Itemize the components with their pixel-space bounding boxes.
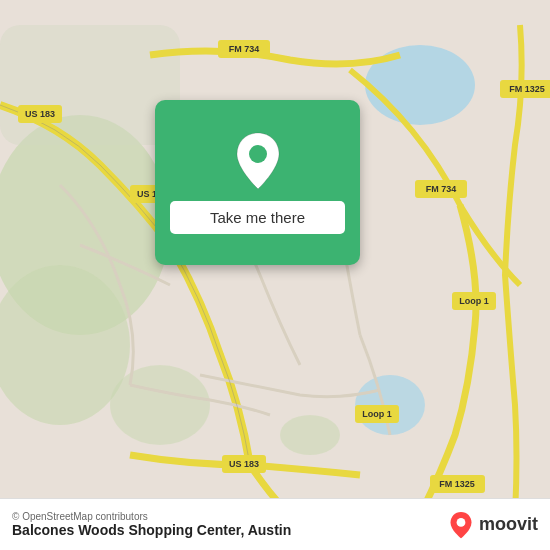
svg-text:Loop 1: Loop 1 xyxy=(459,296,489,306)
bottom-bar: © OpenStreetMap contributors Balcones Wo… xyxy=(0,498,550,550)
svg-point-3 xyxy=(110,365,210,445)
map-pin-icon xyxy=(233,131,283,191)
svg-text:US 183: US 183 xyxy=(229,459,259,469)
svg-text:Loop 1: Loop 1 xyxy=(362,409,392,419)
map-container: FM 734 FM 734 FM 1325 FM 1325 US 183 US … xyxy=(0,0,550,550)
location-info: © OpenStreetMap contributors Balcones Wo… xyxy=(12,511,291,538)
moovit-pin-icon xyxy=(447,511,475,539)
location-label: Balcones Woods Shopping Center, Austin xyxy=(12,522,291,538)
map-background: FM 734 FM 734 FM 1325 FM 1325 US 183 US … xyxy=(0,0,550,550)
moovit-logo: moovit xyxy=(447,511,538,539)
svg-point-26 xyxy=(249,145,267,163)
svg-text:US 183: US 183 xyxy=(25,109,55,119)
location-card: Take me there xyxy=(155,100,360,265)
svg-text:FM 734: FM 734 xyxy=(426,184,457,194)
svg-point-27 xyxy=(457,518,466,527)
take-me-there-button[interactable]: Take me there xyxy=(170,201,345,234)
osm-attribution: © OpenStreetMap contributors xyxy=(12,511,291,522)
moovit-brand-text: moovit xyxy=(479,514,538,535)
svg-text:FM 734: FM 734 xyxy=(229,44,260,54)
svg-point-7 xyxy=(280,415,340,455)
svg-text:FM 1325: FM 1325 xyxy=(509,84,545,94)
svg-text:FM 1325: FM 1325 xyxy=(439,479,475,489)
svg-rect-6 xyxy=(0,25,180,145)
